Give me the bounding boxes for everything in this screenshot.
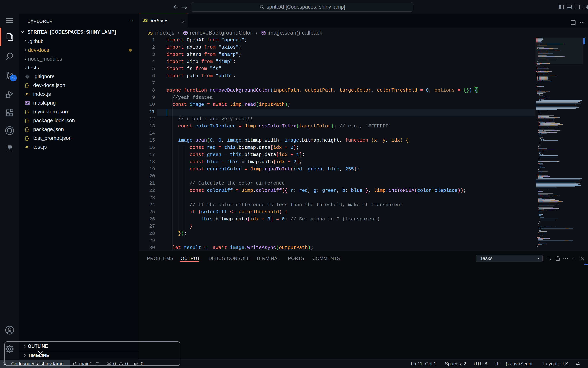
svg-text:Dev-Docs: Dev-Docs (7, 150, 12, 152)
